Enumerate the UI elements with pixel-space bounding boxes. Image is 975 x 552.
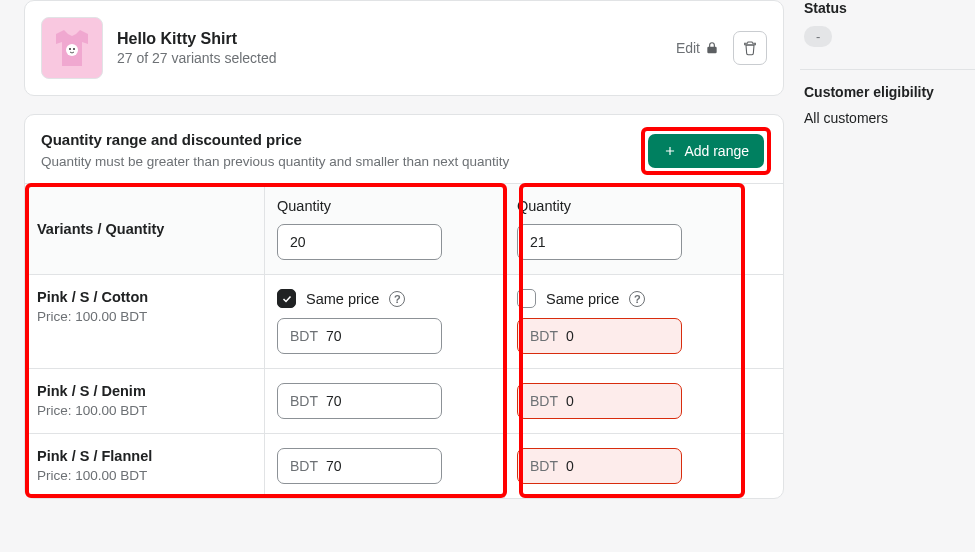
- quantity-input-2[interactable]: [517, 224, 682, 260]
- table-row: Pink / S / Denim Price: 100.00 BDT BDT B…: [25, 369, 783, 434]
- variant-name: Pink / S / Denim: [37, 383, 252, 399]
- sidebar-divider: [800, 69, 975, 70]
- pricing-table-wrap: Variants / Quantity Quantity Quantity Pi…: [25, 183, 783, 498]
- price-value-input[interactable]: [566, 319, 682, 353]
- pricing-subheading: Quantity must be greater than previous q…: [41, 154, 509, 169]
- variants-header-cell: Variants / Quantity: [25, 184, 265, 274]
- price-input-r1-c1[interactable]: BDT: [277, 318, 442, 354]
- price-value-input[interactable]: [326, 384, 442, 418]
- svg-point-1: [69, 48, 71, 50]
- status-badge: -: [804, 26, 832, 47]
- main-column: Hello Kitty Shirt 27 of 27 variants sele…: [0, 0, 784, 517]
- table-header-row: Variants / Quantity Quantity Quantity: [25, 184, 783, 275]
- product-card: Hello Kitty Shirt 27 of 27 variants sele…: [24, 0, 784, 96]
- currency-prefix: BDT: [518, 458, 566, 474]
- quantity-header-cell-1: Quantity: [265, 184, 505, 274]
- product-thumbnail: [41, 17, 103, 79]
- product-actions: Edit: [676, 31, 767, 65]
- same-price-checkbox-1[interactable]: [277, 289, 296, 308]
- variant-name: Pink / S / Flannel: [37, 448, 252, 464]
- price-value-input[interactable]: [566, 384, 682, 418]
- price-value-input[interactable]: [566, 449, 682, 483]
- edit-label: Edit: [676, 40, 700, 56]
- quantity-label: Quantity: [277, 198, 492, 214]
- price-value-input[interactable]: [326, 449, 442, 483]
- price-input-r3-c2[interactable]: BDT: [517, 448, 682, 484]
- variant-cell: Pink / S / Denim Price: 100.00 BDT: [25, 369, 265, 433]
- svg-point-0: [66, 44, 78, 56]
- table-row: Pink / S / Flannel Price: 100.00 BDT BDT…: [25, 434, 783, 498]
- price-cell-r2-c2: BDT: [505, 369, 745, 433]
- currency-prefix: BDT: [518, 393, 566, 409]
- table-row: Pink / S / Cotton Price: 100.00 BDT Same…: [25, 275, 783, 369]
- variant-cell: Pink / S / Cotton Price: 100.00 BDT: [25, 275, 265, 368]
- same-price-label: Same price: [546, 291, 619, 307]
- trash-icon: [742, 40, 758, 56]
- delete-button[interactable]: [733, 31, 767, 65]
- eligibility-heading: Customer eligibility: [804, 84, 971, 100]
- pricing-heading: Quantity range and discounted price: [41, 131, 509, 148]
- price-input-r2-c1[interactable]: BDT: [277, 383, 442, 419]
- currency-prefix: BDT: [518, 328, 566, 344]
- product-title: Hello Kitty Shirt: [117, 30, 662, 48]
- currency-prefix: BDT: [278, 393, 326, 409]
- variant-cell: Pink / S / Flannel Price: 100.00 BDT: [25, 434, 265, 498]
- add-range-label: Add range: [684, 143, 749, 159]
- eligibility-section: Customer eligibility All customers: [800, 84, 975, 148]
- add-range-button[interactable]: Add range: [648, 134, 764, 168]
- eligibility-value: All customers: [804, 110, 971, 126]
- currency-prefix: BDT: [278, 328, 326, 344]
- shirt-icon: [48, 24, 96, 72]
- status-heading: Status: [804, 0, 971, 16]
- lock-icon: [705, 41, 719, 55]
- status-section: Status -: [800, 0, 975, 69]
- product-subtitle: 27 of 27 variants selected: [117, 50, 662, 66]
- variant-price: Price: 100.00 BDT: [37, 403, 252, 418]
- price-value-input[interactable]: [326, 319, 442, 353]
- price-input-r3-c1[interactable]: BDT: [277, 448, 442, 484]
- price-cell-r1-c2: Same price ? BDT: [505, 275, 745, 368]
- price-cell-r1-c1: Same price ? BDT: [265, 275, 505, 368]
- sidebar-column: Status - Customer eligibility All custom…: [800, 0, 975, 517]
- same-price-label: Same price: [306, 291, 379, 307]
- product-meta: Hello Kitty Shirt 27 of 27 variants sele…: [117, 30, 662, 66]
- help-icon[interactable]: ?: [389, 291, 405, 307]
- help-icon[interactable]: ?: [629, 291, 645, 307]
- quantity-header-cell-2: Quantity: [505, 184, 745, 274]
- currency-prefix: BDT: [278, 458, 326, 474]
- variant-name: Pink / S / Cotton: [37, 289, 252, 305]
- price-input-r2-c2[interactable]: BDT: [517, 383, 682, 419]
- price-cell-r2-c1: BDT: [265, 369, 505, 433]
- svg-point-2: [73, 48, 75, 50]
- variant-price: Price: 100.00 BDT: [37, 468, 252, 483]
- price-input-r1-c2[interactable]: BDT: [517, 318, 682, 354]
- quantity-input-1[interactable]: [277, 224, 442, 260]
- same-price-checkbox-2[interactable]: [517, 289, 536, 308]
- plus-icon: [663, 144, 677, 158]
- price-cell-r3-c1: BDT: [265, 434, 505, 498]
- pricing-card: Quantity range and discounted price Quan…: [24, 114, 784, 499]
- edit-link: Edit: [676, 40, 719, 56]
- variant-price: Price: 100.00 BDT: [37, 309, 252, 324]
- quantity-label: Quantity: [517, 198, 733, 214]
- pricing-header: Quantity range and discounted price Quan…: [25, 115, 783, 183]
- price-cell-r3-c2: BDT: [505, 434, 745, 498]
- pricing-table: Variants / Quantity Quantity Quantity Pi…: [25, 183, 783, 498]
